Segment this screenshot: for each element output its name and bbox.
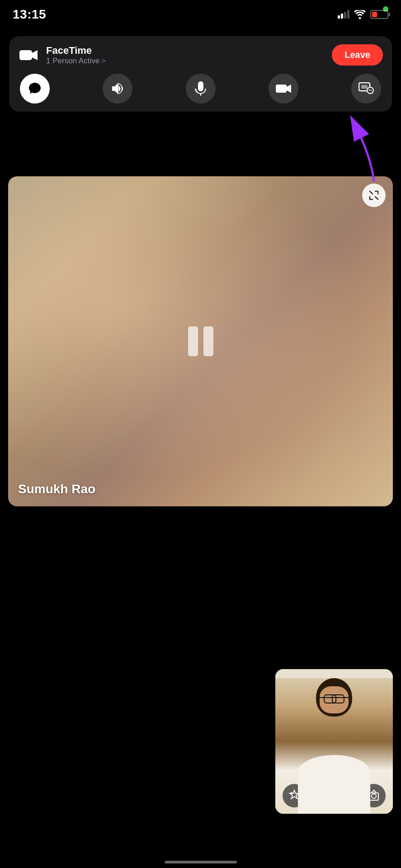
svg-point-6	[367, 87, 373, 94]
status-time: 13:15	[13, 7, 46, 22]
speaker-button[interactable]	[103, 74, 132, 104]
shareplay-button[interactable]	[351, 74, 381, 104]
status-bar: 13:15	[0, 0, 401, 24]
signal-icon	[338, 10, 349, 19]
battery-icon	[370, 10, 388, 19]
camera-button[interactable]	[269, 74, 298, 104]
svg-rect-5	[361, 85, 368, 89]
svg-rect-0	[19, 50, 32, 60]
expand-button[interactable]	[362, 184, 386, 207]
banner-subtitle: 1 Person Active >	[46, 57, 106, 66]
caller-name: Sumukh Rao	[18, 482, 95, 496]
facetime-app-icon	[18, 45, 39, 66]
status-icons	[338, 10, 388, 19]
svg-point-9	[291, 792, 292, 794]
leave-button[interactable]: Leave	[332, 44, 383, 66]
control-banner: FaceTime 1 Person Active > Leave	[9, 36, 392, 112]
svg-marker-3	[287, 85, 291, 93]
battery-level	[372, 12, 377, 17]
banner-title-group: FaceTime 1 Person Active >	[46, 45, 106, 66]
main-video: Sumukh Rao	[8, 176, 393, 506]
svg-point-10	[372, 794, 376, 798]
mic-button[interactable]	[186, 74, 216, 104]
banner-top: FaceTime 1 Person Active > Leave	[18, 44, 383, 66]
svg-rect-2	[276, 85, 287, 93]
svg-point-7	[369, 90, 370, 91]
banner-app-name: FaceTime	[46, 45, 106, 57]
banner-controls	[18, 74, 383, 104]
banner-left: FaceTime 1 Person Active >	[18, 45, 106, 66]
self-view	[275, 669, 393, 814]
home-indicator	[165, 861, 237, 863]
wifi-icon	[354, 10, 366, 19]
pause-indicator	[188, 326, 213, 356]
svg-marker-1	[32, 50, 38, 60]
chat-button[interactable]	[20, 74, 50, 104]
